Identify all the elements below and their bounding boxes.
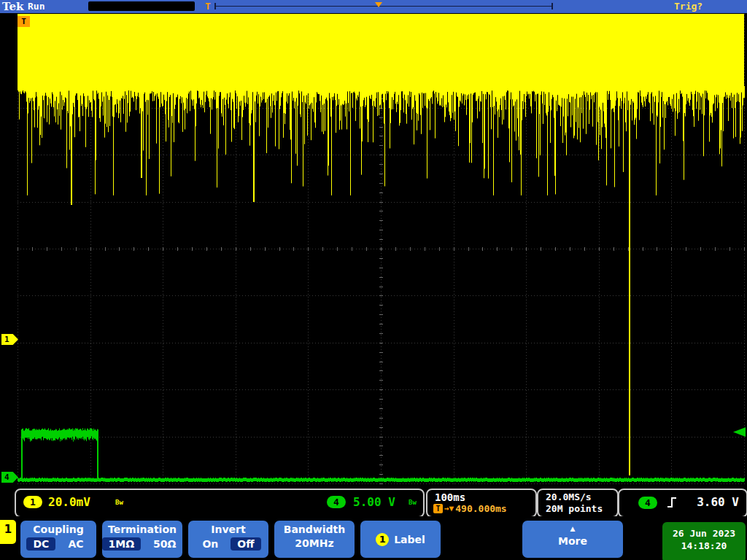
- trigger-position-value: 490.000ms: [455, 503, 506, 514]
- acquisition-readout-box: 20.0MS/s 20M points: [537, 489, 619, 518]
- trigger-t-label: T: [205, 1, 211, 12]
- bandwidth-value: 20MHz: [274, 537, 355, 549]
- trigger-t-icon: T: [433, 504, 443, 513]
- ch1-bandwidth-limit-icon: Bw: [115, 499, 123, 506]
- date-text: 26 Jun 2023: [662, 527, 746, 540]
- tek-logo: Tek: [2, 0, 23, 13]
- oscilloscope-screen: Tek Run T Trig? T 1 4 1 20.0mV Bw 4 5.00…: [0, 0, 747, 560]
- bandwidth-label: Bandwidth: [274, 524, 355, 535]
- trigger-position-icon[interactable]: [375, 2, 382, 7]
- channel-1-tab[interactable]: 1: [0, 520, 16, 544]
- ch4-bandwidth-limit-icon: Bw: [409, 499, 417, 506]
- channel-readout-box: 1 20.0mV Bw 4 5.00 V Bw: [15, 489, 425, 518]
- more-button[interactable]: ▲ More: [522, 521, 623, 558]
- rising-edge-icon: [666, 496, 678, 512]
- bottom-menu-bar: 1 Coupling DC AC Termination 1MΩ 50Ω Inv…: [0, 516, 747, 560]
- acquisition-preview-box: [88, 1, 195, 11]
- bandwidth-button[interactable]: Bandwidth 20MHz: [274, 521, 355, 558]
- invert-button[interactable]: Invert On Off: [188, 521, 268, 558]
- trigger-level-value: 3.60 V: [697, 495, 739, 509]
- trigger-flag[interactable]: T: [18, 16, 30, 27]
- readout-bar: 1 20.0mV Bw 4 5.00 V Bw 100ms T →▼ 490.0…: [0, 487, 747, 516]
- timebase-value: 100ms: [435, 491, 465, 503]
- invert-option-on[interactable]: On: [196, 537, 225, 551]
- label-button[interactable]: 1 Label: [360, 521, 441, 558]
- up-arrow-icon: ▲: [522, 526, 623, 532]
- ch1-scale: 20.0mV: [48, 495, 90, 509]
- termination-option-1mohm[interactable]: 1MΩ: [102, 537, 142, 551]
- trigger-readout-box: 4 3.60 V: [618, 489, 747, 518]
- trigger-position-readout: T →▼ 490.000ms: [433, 503, 507, 514]
- trigger-status-text: Trig?: [674, 1, 703, 12]
- record-bar: [214, 6, 553, 7]
- record-length-value: 20M points: [546, 503, 603, 514]
- trigger-source-badge: 4: [638, 497, 657, 509]
- ch1-badge: 1: [23, 496, 42, 508]
- invert-option-off[interactable]: Off: [231, 537, 260, 551]
- datetime-display: 26 Jun 2023 14:18:20: [662, 522, 746, 560]
- termination-option-50ohm[interactable]: 50Ω: [147, 537, 182, 551]
- header-bar: Tek Run T Trig?: [0, 0, 747, 13]
- ch4-badge: 4: [327, 496, 346, 508]
- time-text: 14:18:20: [662, 540, 746, 552]
- coupling-label: Coupling: [20, 524, 96, 535]
- trigger-arrow-icon: →▼: [444, 504, 454, 513]
- coupling-button[interactable]: Coupling DC AC: [20, 521, 96, 558]
- ch4-scale: 5.00 V: [353, 495, 395, 509]
- acquisition-status: Run: [28, 1, 44, 12]
- termination-button[interactable]: Termination 1MΩ 50Ω: [102, 521, 182, 558]
- coupling-option-dc[interactable]: DC: [26, 537, 55, 551]
- label-button-text: Label: [394, 534, 425, 545]
- horizontal-readout-box: 100ms T →▼ 490.000ms: [426, 489, 537, 518]
- termination-label: Termination: [102, 524, 182, 535]
- coupling-option-ac[interactable]: AC: [61, 537, 90, 551]
- waveform-display: [0, 0, 747, 560]
- more-button-text: More: [522, 535, 623, 547]
- sample-rate-value: 20.0MS/s: [546, 491, 592, 502]
- label-channel-badge: 1: [376, 533, 389, 546]
- invert-label: Invert: [188, 524, 268, 535]
